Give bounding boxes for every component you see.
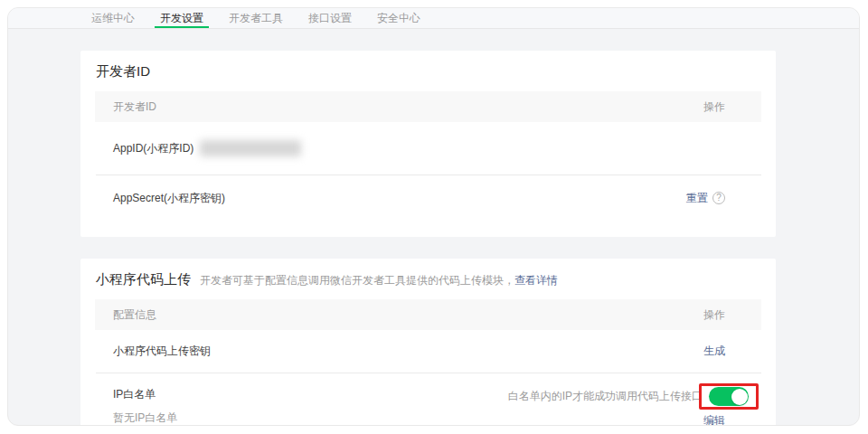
upload-key-row: 小程序代码上传密钥 生成: [95, 330, 761, 373]
tab-developer-tools[interactable]: 开发者工具: [227, 8, 285, 28]
upload-key-label: 小程序代码上传密钥: [113, 344, 211, 359]
view-details-link[interactable]: 查看详情: [514, 273, 558, 288]
ip-whitelist-note-line: 白名单内的IP才能成功调用代码上传接口: [508, 383, 761, 410]
edit-whitelist-link[interactable]: 编辑: [703, 414, 725, 426]
annotation-red-box: [699, 383, 759, 410]
column-action-header: 操作: [703, 307, 725, 323]
tab-development-settings[interactable]: 开发设置: [158, 8, 205, 28]
developer-id-card: 开发者ID 开发者ID 操作 AppID(小程序ID) AppSecret(小程…: [80, 51, 776, 237]
ip-whitelist-row: IP白名单 暂无IP白名单 白名单内的IP才能成功调用代码上传接口 编辑: [95, 373, 761, 426]
appsecret-row: AppSecret(小程序密钥) 重置 ?: [95, 175, 761, 221]
ip-whitelist-note: 白名单内的IP才能成功调用代码上传接口: [508, 389, 703, 404]
developer-id-card-head: 开发者ID: [80, 51, 776, 91]
code-upload-description: 开发者可基于配置信息调用微信开发者工具提供的代码上传模块，: [200, 273, 514, 288]
top-nav: 运维中心 开发设置 开发者工具 接口设置 安全中心: [8, 8, 859, 29]
toggle-knob: [731, 389, 748, 405]
settings-page-panel: 运维中心 开发设置 开发者工具 接口设置 安全中心 开发者ID 开发者ID 操作…: [7, 7, 860, 426]
column-name-header: 开发者ID: [113, 99, 156, 115]
appsecret-label: AppSecret(小程序密钥): [113, 191, 225, 206]
generate-key-link[interactable]: 生成: [703, 344, 725, 359]
tab-api-settings[interactable]: 接口设置: [307, 8, 354, 28]
code-upload-card-head: 小程序代码上传 开发者可基于配置信息调用微信开发者工具提供的代码上传模块， 查看…: [80, 259, 776, 299]
code-upload-card: 小程序代码上传 开发者可基于配置信息调用微信开发者工具提供的代码上传模块， 查看…: [80, 259, 776, 426]
tab-security-center[interactable]: 安全中心: [375, 8, 422, 28]
developer-id-table-header: 开发者ID 操作: [95, 91, 761, 122]
reset-appsecret-link[interactable]: 重置: [686, 191, 708, 206]
ip-whitelist-edit-line: 编辑: [703, 413, 761, 426]
help-question-icon[interactable]: ?: [712, 192, 725, 204]
column-action-header: 操作: [703, 99, 725, 115]
ip-whitelist-left: IP白名单 暂无IP白名单: [113, 373, 177, 426]
appsecret-actions: 重置 ?: [686, 191, 725, 206]
appid-value-redacted: [200, 140, 301, 156]
ip-whitelist-right: 白名单内的IP才能成功调用代码上传接口 编辑: [508, 373, 761, 426]
code-upload-table-header: 配置信息 操作: [95, 299, 761, 330]
code-upload-title: 小程序代码上传: [96, 271, 191, 288]
ip-whitelist-toggle-on[interactable]: [709, 387, 749, 406]
column-config-header: 配置信息: [113, 307, 156, 323]
appid-label: AppID(小程序ID): [113, 141, 199, 156]
card-bottom-padding: [80, 221, 776, 237]
developer-id-title: 开发者ID: [96, 63, 150, 80]
ip-whitelist-label: IP白名单: [113, 387, 177, 402]
ip-whitelist-empty-text: 暂无IP白名单: [113, 410, 177, 426]
appid-row: AppID(小程序ID): [95, 122, 761, 175]
tab-operations-center[interactable]: 运维中心: [90, 8, 137, 28]
